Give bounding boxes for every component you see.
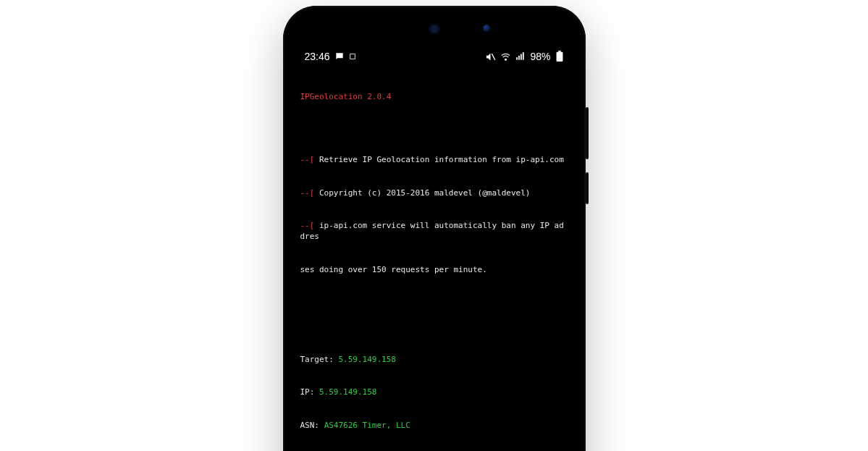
front-camera (483, 25, 490, 32)
svg-line-1 (492, 54, 495, 60)
svg-rect-0 (350, 54, 355, 59)
battery-icon (555, 51, 564, 62)
app-title: IPGeolocation 2.0.4 (300, 91, 568, 102)
screen: 23:46 98% (292, 43, 577, 451)
notification-icon (349, 53, 356, 60)
power-button[interactable] (586, 107, 589, 159)
svg-rect-3 (517, 57, 518, 60)
field-value: 5.59.149.158 (319, 387, 376, 397)
svg-rect-7 (556, 52, 562, 62)
field-value: 5.59.149.158 (338, 355, 395, 364)
signal-icon (515, 51, 526, 62)
field-label: Target: (300, 355, 334, 364)
battery-text: 98% (530, 51, 550, 62)
bixby-button[interactable] (586, 172, 589, 204)
banner-line: Copyright (c) 2015-2016 maldevel (@malde… (319, 188, 530, 198)
svg-rect-8 (558, 51, 561, 52)
terminal[interactable]: IPGeolocation 2.0.4 --[ Retrieve IP Geol… (292, 65, 577, 451)
banner-line: ip-api.com service will automatically ba… (300, 221, 564, 241)
banner-line: ses doing over 150 requests per minute. (300, 264, 568, 275)
status-bar: 23:46 98% (292, 43, 577, 65)
svg-rect-6 (523, 52, 524, 60)
field-label: ASN: (300, 421, 320, 430)
status-time: 23:46 (305, 51, 330, 62)
wifi-icon (500, 51, 511, 62)
field-label: IP: (300, 387, 315, 397)
svg-rect-5 (521, 54, 522, 60)
svg-point-2 (505, 59, 507, 60)
banner-line: Retrieve IP Geolocation information from… (319, 155, 564, 164)
mute-icon (485, 51, 496, 62)
field-value: AS47626 Timer, LLC (324, 421, 410, 430)
earpiece (431, 26, 437, 32)
phone-frame: 23:46 98% (283, 6, 586, 451)
chat-icon (334, 51, 345, 62)
svg-rect-4 (519, 56, 521, 60)
